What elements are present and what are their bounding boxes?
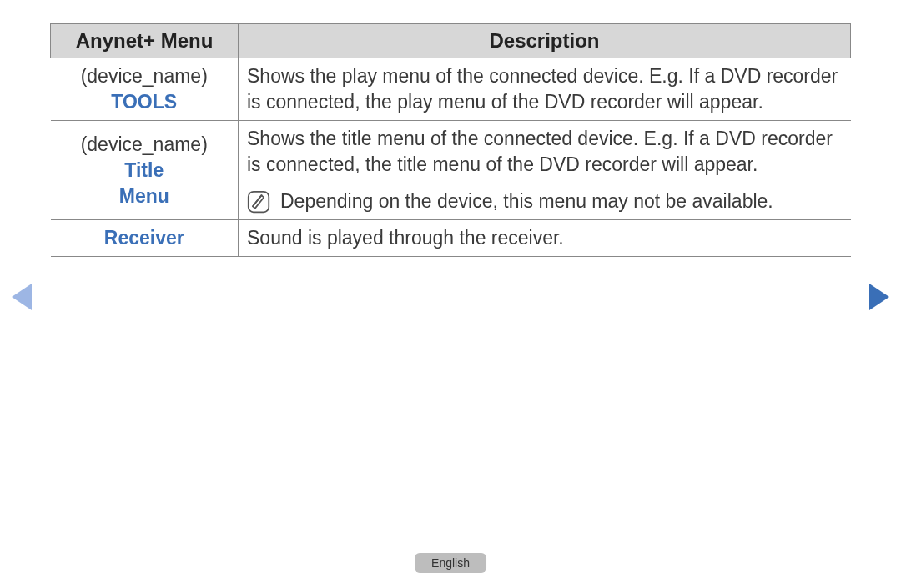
- table-header-menu: Anynet+ Menu: [51, 24, 239, 58]
- menu-label-title: Title: [124, 159, 164, 181]
- note-icon: [247, 190, 270, 214]
- table-row: Receiver Sound is played through the rec…: [51, 220, 851, 257]
- description-cell: Sound is played through the receiver.: [239, 220, 851, 257]
- next-page-arrow[interactable]: [869, 284, 889, 310]
- menu-label-tools: TOOLS: [111, 91, 177, 113]
- note-text: Depending on the device, this menu may n…: [280, 188, 773, 214]
- description-cell: Shows the title menu of the connected de…: [239, 121, 851, 183]
- table-row: (device_name) Title Menu Shows the title…: [51, 121, 851, 183]
- table-row: (device_name) TOOLS Shows the play menu …: [51, 58, 851, 121]
- device-name-placeholder: (device_name): [81, 65, 208, 87]
- menu-label-menu: Menu: [119, 185, 169, 207]
- language-badge: English: [415, 553, 486, 573]
- prev-page-arrow[interactable]: [12, 284, 32, 310]
- description-cell: Shows the play menu of the connected dev…: [239, 58, 851, 121]
- table-header-description: Description: [239, 24, 851, 58]
- device-name-placeholder: (device_name): [81, 133, 208, 155]
- anynet-menu-table: Anynet+ Menu Description (device_name) T…: [50, 23, 851, 257]
- svg-rect-0: [249, 192, 269, 213]
- menu-label-receiver: Receiver: [104, 227, 184, 249]
